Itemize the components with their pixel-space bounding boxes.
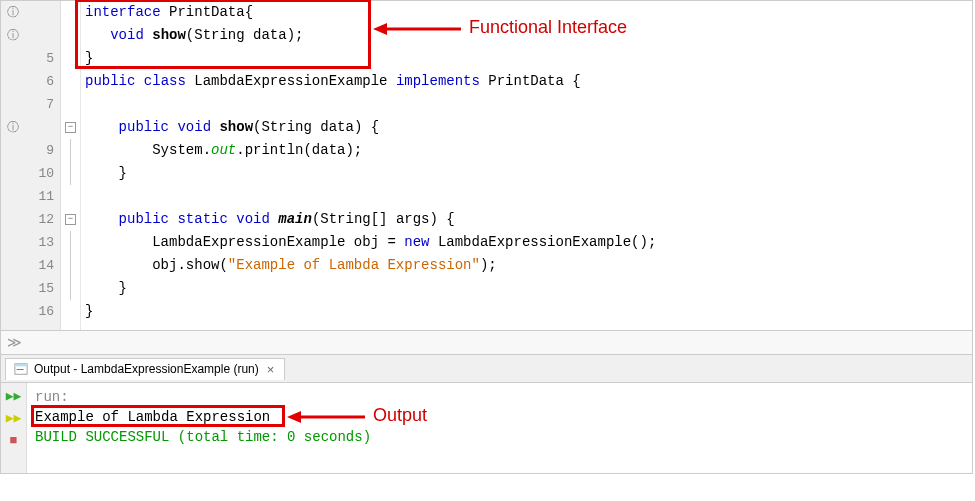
- code-line: }: [81, 277, 972, 300]
- line-number: 9: [1, 139, 60, 162]
- output-tab[interactable]: Output - LambdaExpressionExample (run) ×: [5, 358, 285, 380]
- breadcrumb-bar[interactable]: ≫: [1, 330, 972, 354]
- output-line: Example of Lambda Expression: [35, 407, 964, 427]
- code-text-area[interactable]: interface PrintData{ void show(String da…: [81, 1, 972, 330]
- fold-toggle-icon[interactable]: −: [65, 214, 76, 225]
- svg-rect-3: [15, 364, 27, 367]
- fold-column: − −: [61, 1, 81, 330]
- line-number: 16: [1, 300, 60, 323]
- annotation-label: Output: [373, 405, 427, 426]
- code-line: public void show(String data) {: [81, 116, 972, 139]
- svg-rect-4: [17, 369, 24, 370]
- code-line: [81, 185, 972, 208]
- output-toolbar: ▶▶ ▶▶ ■: [1, 383, 27, 473]
- output-line: BUILD SUCCESSFUL (total time: 0 seconds): [35, 427, 964, 447]
- line-number: 13: [1, 231, 60, 254]
- info-icon: ⓘ: [7, 27, 19, 44]
- output-pane: Output - LambdaExpressionExample (run) ×…: [0, 355, 973, 474]
- annotation-label: Functional Interface: [469, 17, 627, 38]
- output-tabbar: Output - LambdaExpressionExample (run) ×: [1, 355, 972, 383]
- line-number: 12: [1, 208, 60, 231]
- line-number: 7: [1, 93, 60, 116]
- code-line: }: [81, 300, 972, 323]
- info-icon: ⓘ: [7, 119, 19, 136]
- terminal-icon: [14, 362, 28, 376]
- line-number: 10: [1, 162, 60, 185]
- line-number: 11: [1, 185, 60, 208]
- output-line: run:: [35, 387, 964, 407]
- output-console[interactable]: run: Example of Lambda Expression BUILD …: [27, 383, 972, 473]
- fold-toggle-icon[interactable]: −: [65, 122, 76, 133]
- line-number: 6: [1, 70, 60, 93]
- close-icon[interactable]: ×: [265, 362, 277, 377]
- code-line: public class LambdaExpressionExample imp…: [81, 70, 972, 93]
- code-line: System.out.println(data);: [81, 139, 972, 162]
- stop-button[interactable]: ■: [5, 431, 23, 449]
- line-number: 15: [1, 277, 60, 300]
- code-line: obj.show("Example of Lambda Expression")…: [81, 254, 972, 277]
- code-editor-pane: ⓘ ⓘ 5 6 7 ⓘ 9 10 11 12 13 14 15 16 − −: [0, 0, 973, 355]
- line-number-gutter: ⓘ ⓘ 5 6 7 ⓘ 9 10 11 12 13 14 15 16: [1, 1, 61, 330]
- code-line: LambdaExpressionExample obj = new Lambda…: [81, 231, 972, 254]
- code-line: [81, 93, 972, 116]
- code-line: }: [81, 47, 972, 70]
- rerun-alt-button[interactable]: ▶▶: [5, 409, 23, 427]
- chevron-right-icon: ≫: [7, 334, 22, 351]
- code-line: }: [81, 162, 972, 185]
- line-number: 14: [1, 254, 60, 277]
- code-area[interactable]: ⓘ ⓘ 5 6 7 ⓘ 9 10 11 12 13 14 15 16 − −: [1, 1, 972, 330]
- code-line: public static void main(String[] args) {: [81, 208, 972, 231]
- rerun-button[interactable]: ▶▶: [5, 387, 23, 405]
- info-icon: ⓘ: [7, 4, 19, 21]
- line-number: 5: [1, 47, 60, 70]
- output-tab-title: Output - LambdaExpressionExample (run): [34, 362, 259, 376]
